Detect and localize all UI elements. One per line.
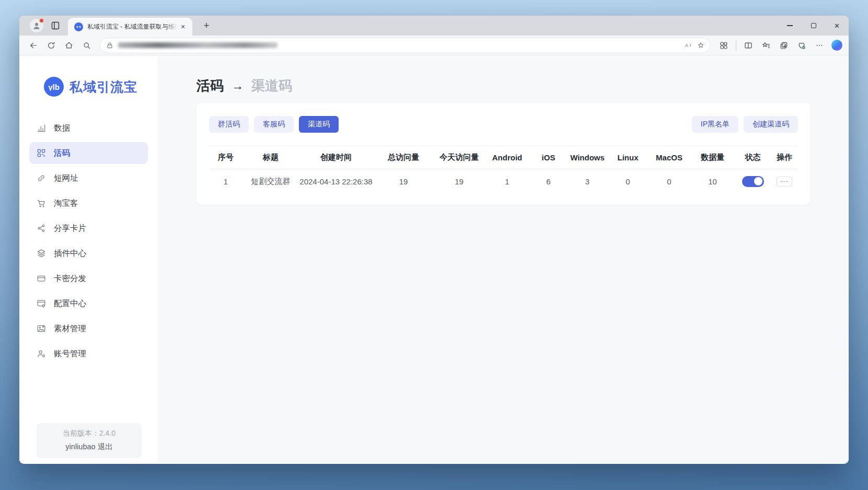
favorites-star-list-icon (761, 41, 771, 50)
card-toolbar: 群活码 客服码 渠道码 IP黑名单 创建渠道码 (209, 102, 798, 133)
home-button[interactable] (61, 38, 77, 53)
col-header: 状态 (735, 153, 771, 162)
table-header-row: 序号 标题 创建时间 总访问量 今天访问量 Android iOS Window… (209, 146, 798, 169)
notification-dot (39, 18, 44, 23)
sidebar-item-data[interactable]: 数据 (29, 117, 148, 139)
col-header: 创建时间 (299, 153, 373, 162)
row-title: 短剧交流群 (242, 177, 299, 186)
favorite-star-icon[interactable] (697, 41, 705, 50)
heart-pulse-icon (797, 41, 806, 50)
tab-channel-code[interactable]: 渠道码 (299, 116, 339, 133)
sidebar-item-share-card[interactable]: 分享卡片 (29, 217, 148, 239)
layers-icon (36, 248, 47, 259)
url-redacted (118, 42, 277, 48)
cart-icon (36, 198, 47, 208)
row-ios-count: 6 (530, 177, 567, 186)
address-bar[interactable]: A (100, 38, 711, 53)
split-screen-icon (744, 41, 753, 50)
share-icon (36, 223, 47, 234)
ellipsis-icon (815, 41, 824, 50)
minimize-button[interactable] (778, 16, 802, 36)
sidebar-item-card-distribution[interactable]: 卡密分发 (29, 267, 148, 289)
col-header: 操作 (771, 153, 798, 162)
create-channel-code-button[interactable]: 创建渠道码 (744, 116, 798, 133)
row-today-visits: 19 (434, 177, 484, 186)
home-icon (64, 41, 74, 50)
svg-text:A: A (685, 43, 688, 48)
sidebar: ylb 私域引流宝 数据 活码 短网址 (19, 55, 158, 463)
col-header: Linux (608, 153, 648, 162)
breadcrumb: 活码 → 渠道码 (196, 77, 811, 95)
profile-avatar[interactable] (30, 19, 43, 32)
brand-logo: ylb 私域引流宝 (19, 55, 158, 97)
breadcrumb-parent[interactable]: 活码 (196, 77, 224, 95)
refresh-icon (47, 41, 56, 50)
sidebar-item-label: 短网址 (54, 173, 78, 184)
tab-actions-icon[interactable] (51, 21, 60, 30)
sidebar-item-taobao[interactable]: 淘宝客 (29, 192, 148, 214)
sidebar-nav: 数据 活码 短网址 淘宝客 (19, 117, 158, 365)
col-header: Windows (567, 153, 608, 162)
more-menu-button[interactable] (812, 38, 827, 53)
sidebar-item-config-center[interactable]: 配置中心 (29, 293, 148, 314)
col-header: 数据量 (690, 153, 735, 162)
row-windows-count: 3 (567, 177, 608, 186)
row-macos-count: 0 (648, 177, 690, 186)
read-aloud-icon[interactable]: A (684, 41, 692, 50)
sidebar-footer: 当前版本：2.4.0 yinliubao 退出 (37, 423, 142, 458)
status-toggle[interactable] (742, 176, 764, 187)
close-button[interactable]: ✕ (825, 16, 849, 36)
sidebar-item-label: 插件中心 (54, 248, 86, 259)
brand-name: 私域引流宝 (70, 78, 137, 96)
logout-link[interactable]: 退出 (98, 442, 113, 451)
sidebar-item-account-management[interactable]: 账号管理 (29, 343, 148, 365)
row-data-count: 10 (690, 177, 735, 186)
breadcrumb-current: 渠道码 (251, 77, 292, 95)
browser-essentials-button[interactable] (794, 38, 809, 53)
chart-icon (36, 123, 47, 133)
sidebar-item-material-management[interactable]: 素材管理 (29, 318, 148, 340)
link-icon (36, 173, 47, 183)
extensions-button[interactable] (716, 38, 732, 53)
new-tab-button[interactable]: + (201, 20, 212, 31)
lock-icon (106, 41, 114, 50)
col-header: 序号 (209, 153, 242, 162)
browser-window: 私域引流宝 - 私域流量获取与维护 ✕ + ✕ A (19, 16, 849, 464)
browser-titlebar: 私域引流宝 - 私域流量获取与维护 ✕ + ✕ (19, 16, 849, 36)
account-line: yinliubao 退出 (37, 442, 142, 452)
sidebar-item-label: 素材管理 (54, 323, 86, 334)
table-row: 1 短剧交流群 2024-04-13 22:26:38 19 19 1 6 3 … (209, 169, 798, 193)
site-favicon-icon (74, 22, 83, 31)
account-name: yinliubao (65, 442, 95, 451)
tab-service-code[interactable]: 客服码 (254, 116, 294, 133)
channel-code-table: 序号 标题 创建时间 总访问量 今天访问量 Android iOS Window… (209, 146, 798, 193)
tab-group-code[interactable]: 群活码 (209, 116, 249, 133)
col-header: Android (484, 153, 530, 162)
sidebar-item-plugin-center[interactable]: 插件中心 (29, 242, 148, 264)
row-actions-button[interactable]: ··· (777, 177, 792, 186)
channel-code-card: 群活码 客服码 渠道码 IP黑名单 创建渠道码 序号 标题 创建时间 总访问量 (196, 102, 811, 205)
sidebar-item-live-code[interactable]: 活码 (29, 142, 148, 164)
back-button[interactable] (26, 38, 41, 53)
brand-bubble-icon: ylb (44, 77, 64, 97)
row-linux-count: 0 (608, 177, 648, 186)
favorites-button[interactable] (758, 38, 774, 53)
collections-button[interactable] (776, 38, 792, 53)
maximize-button[interactable] (802, 16, 825, 36)
breadcrumb-arrow-icon: → (232, 79, 244, 93)
search-icon (82, 41, 91, 50)
sidebar-item-label: 活码 (54, 148, 70, 159)
col-header: 今天访问量 (434, 153, 484, 162)
ip-blacklist-button[interactable]: IP黑名单 (692, 116, 738, 133)
copilot-icon[interactable] (831, 40, 842, 51)
refresh-button[interactable] (43, 38, 59, 53)
sidebar-item-label: 数据 (54, 123, 70, 134)
browser-tab[interactable]: 私域引流宝 - 私域流量获取与维护 ✕ (68, 18, 192, 36)
sidebar-item-label: 淘宝客 (54, 198, 78, 209)
tab-close-icon[interactable]: ✕ (178, 22, 188, 31)
sidebar-item-short-url[interactable]: 短网址 (29, 167, 148, 189)
version-text: 当前版本：2.4.0 (37, 429, 142, 438)
search-button[interactable] (79, 38, 95, 53)
split-screen-button[interactable] (740, 38, 756, 53)
settings-window-icon (36, 298, 47, 309)
